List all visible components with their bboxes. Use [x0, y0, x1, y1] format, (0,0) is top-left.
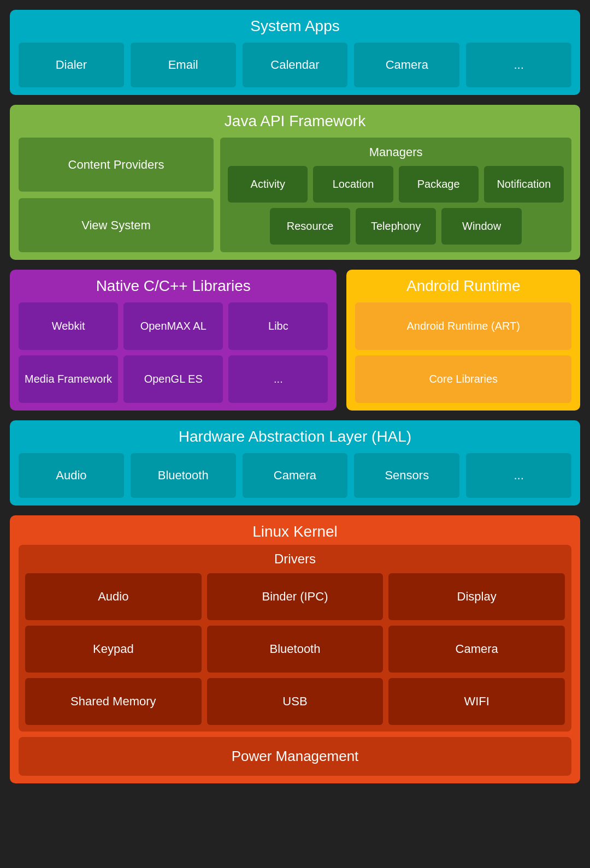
java-api-title: Java API Framework [19, 112, 571, 130]
manager-telephony: Telephony [356, 208, 436, 245]
system-apps-layer: System Apps Dialer Email Calendar Camera… [10, 10, 580, 95]
managers-row1: Activity Location Package Notification [228, 166, 564, 203]
native-cpp-layer: Native C/C++ Libraries Webkit OpenMAX AL… [10, 270, 337, 411]
app-dialer: Dialer [19, 43, 124, 87]
manager-package: Package [399, 166, 479, 203]
content-providers: Content Providers [19, 138, 214, 192]
manager-resource: Resource [270, 208, 350, 245]
power-management: Power Management [19, 737, 571, 776]
java-api-inner: Content Providers View System Managers A… [19, 138, 571, 252]
manager-activity: Activity [228, 166, 308, 203]
runtime-core-libraries: Core Libraries [355, 355, 571, 403]
linux-kernel-layer: Linux Kernel Drivers Audio Binder (IPC) … [10, 515, 580, 783]
driver-audio: Audio [25, 573, 202, 620]
managers-row2: Resource Telephony Window [270, 208, 522, 245]
runtime-art: Android Runtime (ART) [355, 302, 571, 350]
native-cpp-grid: Webkit OpenMAX AL Libc Media Framework O… [19, 302, 328, 403]
app-email: Email [131, 43, 236, 87]
java-api-layer: Java API Framework Content Providers Vie… [10, 105, 580, 260]
hal-sensors: Sensors [354, 453, 459, 498]
driver-bluetooth: Bluetooth [207, 626, 384, 673]
java-api-left: Content Providers View System [19, 138, 214, 252]
app-camera: Camera [354, 43, 459, 87]
manager-notification: Notification [484, 166, 564, 203]
driver-binder: Binder (IPC) [207, 573, 384, 620]
view-system: View System [19, 198, 214, 252]
app-calendar: Calendar [243, 43, 348, 87]
system-apps-grid: Dialer Email Calendar Camera ... [19, 43, 571, 87]
driver-usb: USB [207, 678, 384, 725]
hal-audio: Audio [19, 453, 124, 498]
drivers-grid: Audio Binder (IPC) Display Keypad Blueto… [25, 573, 565, 725]
managers-section: Managers Activity Location Package Notif… [220, 138, 571, 252]
manager-location: Location [313, 166, 393, 203]
native-cpp-title: Native C/C++ Libraries [19, 277, 328, 295]
hal-camera: Camera [243, 453, 348, 498]
lib-openmax: OpenMAX AL [123, 302, 223, 350]
linux-kernel-title: Linux Kernel [19, 523, 571, 540]
app-more: ... [466, 43, 571, 87]
hal-title: Hardware Abstraction Layer (HAL) [19, 428, 571, 445]
driver-wifi: WIFI [388, 678, 565, 725]
hal-more: ... [466, 453, 571, 498]
system-apps-title: System Apps [19, 17, 571, 35]
android-runtime-title: Android Runtime [355, 277, 571, 295]
hal-layer: Hardware Abstraction Layer (HAL) Audio B… [10, 420, 580, 506]
android-runtime-grid: Android Runtime (ART) Core Libraries [355, 302, 571, 403]
lib-webkit: Webkit [19, 302, 118, 350]
driver-camera: Camera [388, 626, 565, 673]
driver-keypad: Keypad [25, 626, 202, 673]
managers-title: Managers [228, 145, 564, 159]
drivers-section: Drivers Audio Binder (IPC) Display Keypa… [19, 545, 571, 732]
lib-opengl: OpenGL ES [123, 355, 223, 403]
hal-grid: Audio Bluetooth Camera Sensors ... [19, 453, 571, 498]
android-runtime-layer: Android Runtime Android Runtime (ART) Co… [346, 270, 580, 411]
drivers-title: Drivers [25, 551, 565, 567]
native-runtime-row: Native C/C++ Libraries Webkit OpenMAX AL… [10, 270, 580, 411]
lib-media-framework: Media Framework [19, 355, 118, 403]
manager-window: Window [441, 208, 522, 245]
driver-shared-memory: Shared Memory [25, 678, 202, 725]
driver-display: Display [388, 573, 565, 620]
hal-bluetooth: Bluetooth [131, 453, 236, 498]
lib-more: ... [228, 355, 328, 403]
lib-libc: Libc [228, 302, 328, 350]
